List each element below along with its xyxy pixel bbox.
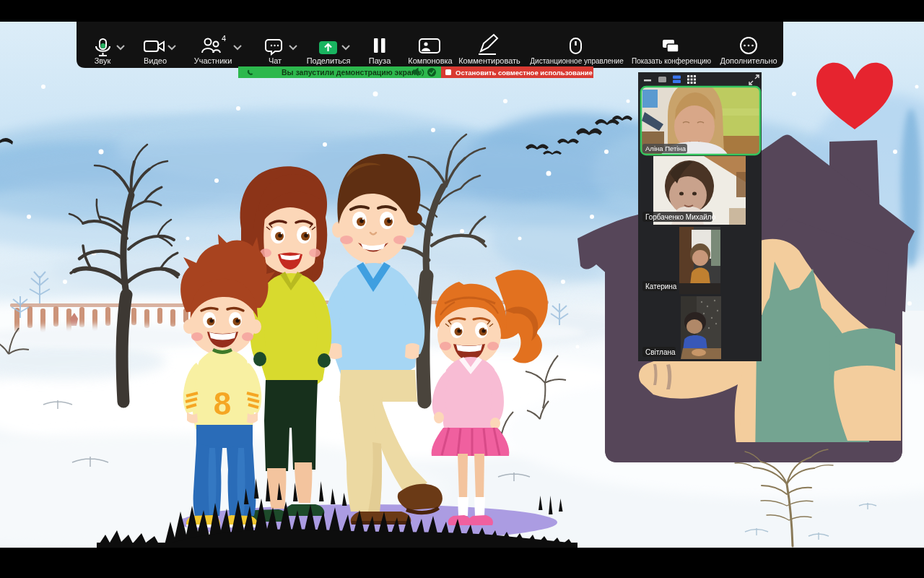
svg-text:Дистанционное управление: Дистанционное управление bbox=[530, 57, 624, 65]
svg-text:Світлана: Світлана bbox=[645, 348, 676, 356]
svg-text:4: 4 bbox=[222, 34, 226, 43]
svg-text:Чат: Чат bbox=[269, 56, 282, 65]
svg-text:Видео: Видео bbox=[144, 56, 167, 65]
svg-text:Горбаченко Михайло: Горбаченко Михайло bbox=[645, 213, 716, 221]
svg-text:Показать конференцию: Показать конференцию bbox=[632, 57, 712, 65]
svg-text:Звук: Звук bbox=[95, 56, 111, 65]
svg-text:Дополнительно: Дополнительно bbox=[720, 56, 777, 65]
svg-text:Комментировать: Комментировать bbox=[458, 56, 520, 65]
svg-text:8: 8 bbox=[214, 386, 231, 421]
svg-text:Компоновка: Компоновка bbox=[408, 56, 453, 65]
svg-text:Участники: Участники bbox=[194, 56, 232, 65]
svg-text:Вы запустили демонстрацию экра: Вы запустили демонстрацию экрана bbox=[282, 68, 420, 77]
svg-text:Остановить совместное использо: Остановить совместное использование bbox=[456, 69, 593, 77]
svg-text:Аліна Петіна: Аліна Петіна bbox=[645, 144, 687, 152]
svg-text:Катерина: Катерина bbox=[645, 282, 677, 290]
svg-text:Поделиться: Поделиться bbox=[307, 56, 351, 65]
svg-text:Пауза: Пауза bbox=[369, 56, 391, 65]
